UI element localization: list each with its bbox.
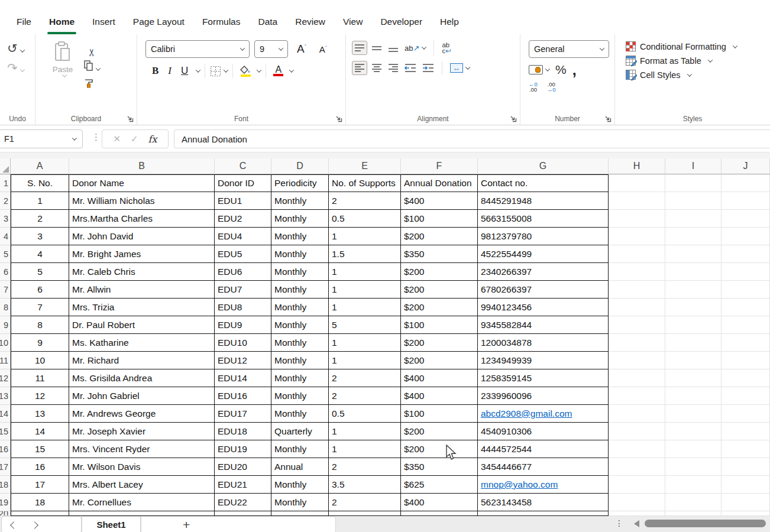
column-header-B[interactable]: B — [69, 158, 215, 174]
cell-I10[interactable] — [665, 334, 722, 352]
cell-B17[interactable]: Mr. Wilson Davis — [69, 458, 215, 476]
cell-J13[interactable] — [722, 387, 770, 405]
cell-B1[interactable]: Donor Name — [69, 174, 215, 192]
cell-B18[interactable]: Mrs. Albert Lacey — [69, 476, 215, 494]
cell-D12[interactable]: Monthly — [271, 369, 329, 387]
cell-H7[interactable] — [609, 281, 665, 299]
cell-B8[interactable]: Mrs. Trizia — [69, 299, 215, 316]
percent-style-button[interactable]: % — [555, 63, 567, 77]
number-format-combobox[interactable]: General — [529, 40, 609, 58]
cell-C17[interactable]: EDU20 — [215, 458, 271, 476]
cell-A10[interactable]: 9 — [11, 334, 69, 352]
ribbon-tab-file[interactable]: File — [8, 14, 40, 30]
cell-I4[interactable] — [665, 228, 722, 245]
cell-B13[interactable]: Mr. John Gabriel — [69, 387, 215, 405]
cell-I15[interactable] — [665, 423, 722, 440]
cell-I1[interactable] — [665, 174, 722, 192]
cell-F8[interactable]: $200 — [401, 299, 478, 316]
cell-J1[interactable] — [722, 174, 770, 192]
cell-E2[interactable]: 2 — [329, 192, 401, 210]
decrease-indent-button[interactable] — [403, 61, 418, 74]
cell-G15[interactable]: 4540910306 — [478, 423, 609, 440]
cell-I18[interactable] — [665, 476, 722, 494]
formula-input[interactable]: Annual Donation — [174, 129, 770, 148]
cell-I11[interactable] — [665, 352, 722, 369]
cell-E5[interactable]: 1.5 — [329, 245, 401, 263]
cell-C2[interactable]: EDU1 — [215, 192, 271, 210]
cell-D1[interactable]: Periodicity — [271, 174, 329, 192]
middle-align-button[interactable] — [370, 41, 384, 54]
cell-D3[interactable]: Monthly — [271, 210, 329, 228]
cell-J17[interactable] — [722, 458, 770, 476]
cell-C7[interactable]: EDU7 — [215, 281, 271, 299]
cell-H6[interactable] — [609, 263, 665, 281]
copy-button[interactable] — [84, 60, 100, 73]
cell-G7[interactable]: 6780266397 — [478, 281, 609, 299]
cell-B16[interactable]: Mrs. Vincent Ryder — [69, 440, 215, 458]
cell-H4[interactable] — [609, 228, 665, 245]
cell-A18[interactable]: 17 — [11, 476, 69, 494]
row-header-18[interactable]: 18 — [0, 476, 11, 494]
cell-H10[interactable] — [609, 334, 665, 352]
cell-C6[interactable]: EDU6 — [215, 263, 271, 281]
cell-F18[interactable]: $625 — [401, 476, 478, 494]
align-center-button[interactable] — [370, 61, 384, 74]
cell-I2[interactable] — [665, 192, 722, 210]
cell-D14[interactable]: Monthly — [271, 405, 329, 423]
scrollbar-options-icon[interactable]: ⋮ — [615, 518, 623, 528]
redo-button[interactable]: ↷ — [7, 62, 33, 74]
row-header-19[interactable]: 19 — [0, 494, 11, 511]
cell-J20[interactable] — [722, 511, 770, 516]
cell-B10[interactable]: Ms. Katharine — [69, 334, 215, 352]
cell-D15[interactable]: Quarterly — [271, 423, 329, 440]
cell-E11[interactable]: 1 — [329, 352, 401, 369]
cell-B19[interactable]: Mr. Cornellues — [69, 494, 215, 511]
cell-D7[interactable]: Monthly — [271, 281, 329, 299]
cell-I8[interactable] — [665, 299, 722, 316]
row-header-7[interactable]: 7 — [0, 281, 11, 299]
cell-C9[interactable]: EDU9 — [215, 316, 271, 334]
cell-E13[interactable]: 2 — [329, 387, 401, 405]
cell-B20[interactable] — [69, 511, 215, 516]
cell-J12[interactable] — [722, 369, 770, 387]
cell-G3[interactable]: 5663155008 — [478, 210, 609, 228]
cell-G14[interactable]: abcd2908@gmail.com — [478, 405, 609, 423]
cell-I20[interactable] — [665, 511, 722, 516]
cell-E10[interactable]: 1 — [329, 334, 401, 352]
cell-C1[interactable]: Donor ID — [215, 174, 271, 192]
row-header-16[interactable]: 16 — [0, 440, 11, 458]
cell-D18[interactable]: Monthly — [271, 476, 329, 494]
cell-H3[interactable] — [609, 210, 665, 228]
cell-G5[interactable]: 4522554499 — [478, 245, 609, 263]
top-align-button[interactable] — [352, 41, 367, 55]
cell-A6[interactable]: 5 — [11, 263, 69, 281]
font-name-combobox[interactable]: Calibri — [145, 40, 250, 58]
name-box[interactable]: F1 — [0, 129, 83, 148]
cell-G6[interactable]: 2340266397 — [478, 263, 609, 281]
cell-D19[interactable]: Monthly — [271, 494, 329, 511]
cell-C3[interactable]: EDU2 — [215, 210, 271, 228]
cell-A7[interactable]: 6 — [11, 281, 69, 299]
ribbon-tab-data[interactable]: Data — [249, 14, 286, 30]
email-hyperlink[interactable]: mnop@yahoo.com — [481, 479, 558, 490]
undo-button[interactable]: ↺ — [7, 43, 33, 55]
cell-D9[interactable]: Monthly — [271, 316, 329, 334]
cell-D17[interactable]: Annual — [271, 458, 329, 476]
cell-E8[interactable]: 1 — [329, 299, 401, 316]
enter-icon[interactable]: ✓ — [131, 134, 138, 144]
cell-B14[interactable]: Mr. Andrews George — [69, 405, 215, 423]
cell-G16[interactable]: 4444572544 — [478, 440, 609, 458]
ribbon-tab-home[interactable]: Home — [40, 14, 83, 30]
row-header-3[interactable]: 3 — [0, 210, 11, 228]
cell-H1[interactable] — [609, 174, 665, 192]
cell-I7[interactable] — [665, 281, 722, 299]
borders-button[interactable] — [210, 66, 228, 77]
increase-font-size-button[interactable]: Aˆ — [293, 41, 310, 57]
cell-I16[interactable] — [665, 440, 722, 458]
comma-style-button[interactable]: , — [572, 67, 577, 73]
cell-G10[interactable]: 1200034878 — [478, 334, 609, 352]
row-header-6[interactable]: 6 — [0, 263, 11, 281]
cell-F17[interactable]: $350 — [401, 458, 478, 476]
cell-G17[interactable]: 3454446677 — [478, 458, 609, 476]
cell-H14[interactable] — [609, 405, 665, 423]
